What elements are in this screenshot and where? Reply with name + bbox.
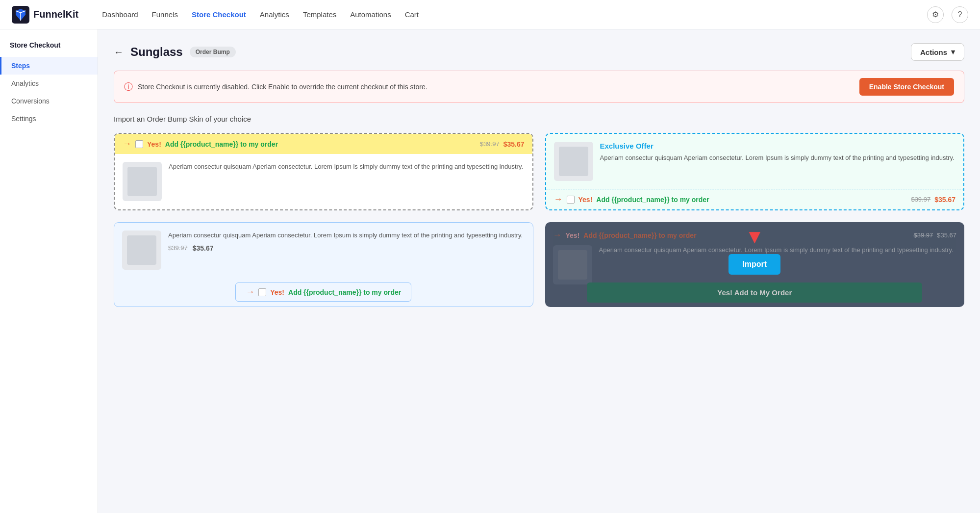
app-layout: Store Checkout Steps Analytics Conversio… bbox=[0, 29, 980, 513]
skin3-product-image bbox=[122, 231, 161, 270]
skin3-description: Aperiam consectur quisquam Aperiam conse… bbox=[168, 231, 523, 240]
main-content: ← Sunglass Order Bump Actions ▾ ⓘ Store … bbox=[98, 29, 980, 513]
nav-templates[interactable]: Templates bbox=[303, 8, 336, 21]
settings-icon-btn[interactable]: ⚙ bbox=[927, 6, 944, 23]
skin2-product-image bbox=[554, 142, 593, 181]
skin-grid: → Yes! Add {{product_name}} to my order … bbox=[114, 133, 964, 307]
skin1-header-left: → Yes! Add {{product_name}} to my order bbox=[123, 139, 278, 149]
skin-card-3[interactable]: Aperiam consectur quisquam Aperiam conse… bbox=[114, 222, 533, 307]
nav-funnels[interactable]: Funnels bbox=[152, 8, 178, 21]
actions-chevron-icon: ▾ bbox=[951, 48, 955, 56]
actions-button[interactable]: Actions ▾ bbox=[911, 43, 964, 61]
skin2-body: Exclusive Offer Aperiam consectur quisqu… bbox=[546, 134, 964, 189]
skin4-import-button[interactable]: Import bbox=[729, 254, 780, 275]
skin3-text-area: Aperiam consectur quisquam Aperiam conse… bbox=[168, 231, 523, 252]
skin-card-2[interactable]: Exclusive Offer Aperiam consectur quisqu… bbox=[545, 133, 965, 210]
skin1-body: Aperiam consectur quisquam Aperiam conse… bbox=[115, 154, 532, 209]
skin1-yes-label: Yes! bbox=[147, 140, 161, 148]
nav-dashboard[interactable]: Dashboard bbox=[102, 8, 138, 21]
help-icon-btn[interactable]: ? bbox=[952, 6, 968, 23]
skin3-body: Aperiam consectur quisquam Aperiam conse… bbox=[114, 223, 533, 278]
nav-links: Dashboard Funnels Store Checkout Analyti… bbox=[102, 8, 911, 21]
skin4-overlay: ▼ Import Yes! Add to My Order bbox=[545, 222, 965, 307]
skin3-footer-inner: → Yes! Add {{product_name}} to my order bbox=[235, 282, 411, 302]
skin2-description: Aperiam consectur quisquam Aperiam conse… bbox=[600, 153, 955, 163]
skin3-checkbox[interactable] bbox=[258, 288, 266, 296]
skin2-footer: → Yes! Add {{product_name}} to my order … bbox=[546, 189, 964, 209]
skin3-arrow-icon: → bbox=[246, 287, 254, 297]
skin2-price-old: $39.97 bbox=[911, 196, 930, 203]
funnelkit-logo-icon bbox=[12, 6, 29, 24]
skin2-add-label: Add {{product_name}} to my order bbox=[596, 196, 709, 204]
sidebar-title: Store Checkout bbox=[0, 41, 98, 57]
order-bump-badge: Order Bump bbox=[190, 47, 236, 57]
page-header-left: ← Sunglass Order Bump bbox=[114, 45, 236, 59]
skin1-description: Aperiam consectur quisquam Aperiam conse… bbox=[169, 162, 523, 172]
nav-icons: ⚙ ? bbox=[927, 6, 968, 23]
skin4-add-to-order-button[interactable]: Yes! Add to My Order bbox=[587, 282, 922, 303]
actions-label: Actions bbox=[920, 48, 947, 56]
alert-banner: ⓘ Store Checkout is currently disabled. … bbox=[114, 71, 964, 103]
skin3-add-label: Add {{product_name}} to my order bbox=[288, 288, 401, 296]
import-heading: Import an Order Bump Skin of your choice bbox=[114, 115, 964, 123]
skin1-product-image bbox=[123, 162, 162, 201]
page-header: ← Sunglass Order Bump Actions ▾ bbox=[114, 43, 964, 61]
skin3-price-old: $39.97 bbox=[168, 244, 188, 252]
skin2-exclusive-label: Exclusive Offer bbox=[600, 142, 955, 150]
skin3-price-new: $35.67 bbox=[193, 244, 214, 252]
nav-analytics[interactable]: Analytics bbox=[260, 8, 289, 21]
brand-name: FunnelKit bbox=[33, 9, 78, 20]
logo[interactable]: FunnelKit bbox=[12, 6, 78, 24]
skin2-text-area: Exclusive Offer Aperiam consectur quisqu… bbox=[600, 142, 955, 163]
skin-card-4[interactable]: → Yes! Add {{product_name}} to my order … bbox=[545, 222, 965, 307]
skin3-top: Aperiam consectur quisquam Aperiam conse… bbox=[122, 231, 525, 270]
skin2-checkbox[interactable] bbox=[567, 196, 575, 204]
skin3-prices: $39.97 $35.67 bbox=[168, 244, 523, 252]
skin1-arrow-icon: → bbox=[123, 139, 131, 149]
skin4-red-arrow-icon: ▼ bbox=[745, 227, 764, 246]
skin1-price-old: $39.97 bbox=[480, 140, 500, 148]
alert-message: Store Checkout is currently disabled. Cl… bbox=[138, 83, 427, 91]
skin1-header: → Yes! Add {{product_name}} to my order … bbox=[115, 134, 532, 154]
sidebar: Store Checkout Steps Analytics Conversio… bbox=[0, 29, 98, 513]
alert-left: ⓘ Store Checkout is currently disabled. … bbox=[124, 81, 427, 93]
nav-automations[interactable]: Automations bbox=[350, 8, 391, 21]
sidebar-nav: Steps Analytics Conversions Settings bbox=[0, 57, 98, 128]
skin1-add-label: Add {{product_name}} to my order bbox=[165, 140, 278, 148]
skin2-arrow-icon: → bbox=[554, 194, 563, 205]
enable-store-checkout-button[interactable]: Enable Store Checkout bbox=[859, 78, 954, 96]
nav-store-checkout[interactable]: Store Checkout bbox=[192, 8, 246, 21]
page-title: Sunglass bbox=[130, 45, 183, 59]
nav-cart[interactable]: Cart bbox=[405, 8, 419, 21]
top-nav: FunnelKit Dashboard Funnels Store Checko… bbox=[0, 0, 980, 29]
skin1-price-new: $35.67 bbox=[503, 140, 525, 148]
sidebar-item-analytics[interactable]: Analytics bbox=[0, 75, 98, 92]
skin-card-1[interactable]: → Yes! Add {{product_name}} to my order … bbox=[114, 133, 533, 210]
skin1-prices: $39.97 $35.67 bbox=[480, 140, 525, 148]
skin2-price-new: $35.67 bbox=[934, 196, 955, 204]
sidebar-item-steps[interactable]: Steps bbox=[0, 57, 98, 75]
skin3-yes-label: Yes! bbox=[270, 288, 284, 296]
alert-icon: ⓘ bbox=[124, 81, 133, 93]
sidebar-item-conversions[interactable]: Conversions bbox=[0, 92, 98, 110]
skin3-footer: → Yes! Add {{product_name}} to my order bbox=[114, 278, 533, 307]
sidebar-item-settings[interactable]: Settings bbox=[0, 110, 98, 128]
skin1-checkbox[interactable] bbox=[135, 140, 143, 148]
back-button[interactable]: ← bbox=[114, 47, 124, 58]
skin2-yes-label: Yes! bbox=[578, 196, 593, 204]
skin2-prices: $39.97 $35.67 bbox=[911, 196, 955, 204]
skin2-footer-left: → Yes! Add {{product_name}} to my order bbox=[554, 194, 709, 205]
